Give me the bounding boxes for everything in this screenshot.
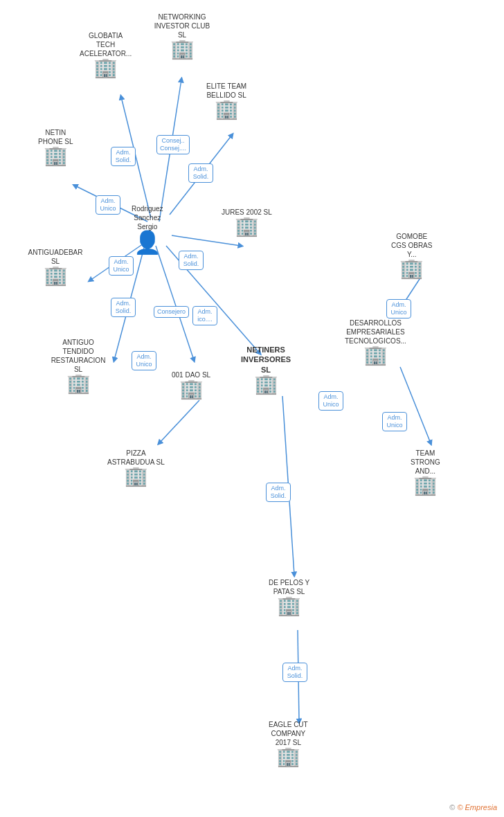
node-globatia[interactable]: GLOBATIATECHACELERATOR... 🏢 [80, 31, 132, 78]
person-icon-rodriguez: 👤 [134, 231, 161, 253]
node-001-dao[interactable]: 001 DAO SL 🏢 [172, 370, 210, 399]
building-icon-globatia: 🏢 [93, 58, 118, 78]
badge-adm-unico-2[interactable]: Adm.Unico [109, 256, 134, 276]
badge-adm-ico[interactable]: Adm.ico.... [192, 306, 217, 325]
node-networking[interactable]: NETWORKING INVESTOR CLUB SL 🏢 [151, 12, 213, 59]
svg-line-4 [172, 235, 241, 246]
node-desarrollos[interactable]: DESARROLLOSEMPRESARIALESTECNOLOGICOS... … [345, 318, 406, 365]
building-icon-jures: 🏢 [235, 217, 259, 236]
badge-consej-1[interactable]: Consej..Consej.... [156, 135, 190, 154]
badge-adm-solid-1[interactable]: Adm.Solid. [111, 147, 136, 166]
building-icon-elite: 🏢 [215, 100, 239, 119]
building-icon-netin: 🏢 [44, 146, 68, 165]
node-rodriguez[interactable]: RodriguezSanchezSergio 👤 [132, 204, 163, 253]
node-gomobe[interactable]: GOMOBECGS OBRASY... 🏢 [391, 232, 432, 278]
building-icon-depelos: 🏢 [277, 596, 301, 616]
node-team-strong[interactable]: TEAMSTRONGAND... 🏢 [411, 449, 440, 495]
badge-consejero[interactable]: Consejero [154, 306, 189, 318]
badge-adm-unico-1[interactable]: Adm.Unico [96, 195, 120, 215]
badge-adm-unico-desarrollos[interactable]: Adm.Unico [382, 412, 407, 431]
svg-line-9 [159, 400, 199, 443]
badge-adm-solid-4[interactable]: Adm.Solid. [111, 298, 136, 317]
watermark: © © Empresia [449, 803, 497, 811]
node-pizza[interactable]: PIZZAASTRABUDUA SL 🏢 [107, 449, 165, 486]
building-icon-networking: 🏢 [170, 39, 195, 59]
building-icon-gomobe: 🏢 [399, 259, 424, 278]
connection-lines [0, 0, 504, 817]
node-eagle-cut[interactable]: EAGLE CUTCOMPANY2017 SL 🏢 [269, 720, 308, 766]
badge-adm-solid-2[interactable]: Adm.Solid. [188, 163, 213, 183]
building-icon-netiners: 🏢 [254, 375, 278, 394]
building-icon-antiguo: 🏢 [66, 374, 91, 393]
node-antiguadebar[interactable]: ANTIGUADEBAR SL 🏢 [24, 248, 87, 285]
node-elite-team[interactable]: ELITE TEAMBELLIDO SL 🏢 [206, 82, 246, 119]
badge-adm-solid-eagle[interactable]: Adm.Solid. [282, 663, 307, 682]
node-de-pelos[interactable]: DE PELOS YPATAS SL 🏢 [269, 578, 309, 616]
node-antiguo-tendido[interactable]: ANTIGUOTENDIDORESTAURACION SL 🏢 [47, 338, 109, 393]
badge-adm-solid-3[interactable]: Adm.Solid. [179, 251, 204, 270]
badge-adm-solid-depelos[interactable]: Adm.Solid. [266, 483, 291, 502]
badge-adm-unico-3[interactable]: Adm.Unico [132, 351, 156, 370]
node-netiners[interactable]: NETINERSINVERSORESSL 🏢 [241, 345, 291, 394]
graph-container: NETWORKING INVESTOR CLUB SL 🏢 GLOBATIATE… [0, 0, 504, 817]
node-netin-phone[interactable]: NETINPHONE SL 🏢 [38, 128, 73, 165]
building-icon-eaglecut: 🏢 [276, 747, 300, 766]
building-icon-desarrollos: 🏢 [363, 345, 388, 365]
building-icon-001dao: 🏢 [179, 379, 204, 399]
badge-adm-unico-netiners[interactable]: Adm.Unico [318, 391, 343, 411]
building-icon-pizza: 🏢 [124, 467, 148, 486]
badge-adm-unico-gomobe[interactable]: Adm.Unico [386, 299, 411, 318]
building-icon-teamstrong: 🏢 [413, 476, 438, 495]
svg-line-11 [400, 367, 431, 443]
node-jures[interactable]: JURES 2002 SL 🏢 [222, 208, 272, 236]
building-icon-antiguadebar: 🏢 [44, 266, 68, 285]
